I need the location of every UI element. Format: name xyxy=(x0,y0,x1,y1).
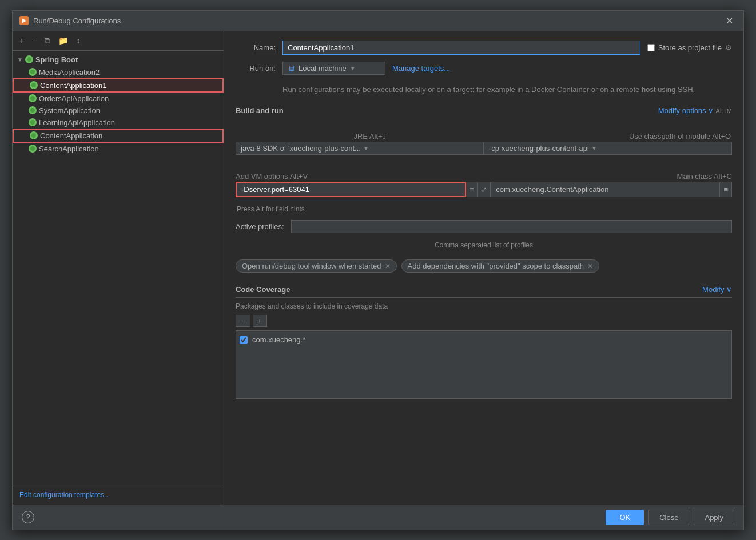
manage-targets-link[interactable]: Manage targets... xyxy=(392,64,450,73)
use-classpath-hint: Use classpath of module Alt+O xyxy=(629,132,731,141)
tree-item-label: OrdersApiApplication xyxy=(39,94,109,103)
tree-item-icon xyxy=(30,81,38,89)
tag-close-button[interactable]: ✕ xyxy=(385,262,391,270)
name-row: Name: Store as project file ⚙ xyxy=(236,41,732,55)
vm-fullscreen-button[interactable]: ⤢ xyxy=(478,182,490,197)
edit-config-templates-link[interactable]: Edit configuration templates... xyxy=(13,485,224,505)
tree-item-system[interactable]: SystemApplication xyxy=(13,105,224,117)
sdk-select[interactable]: java 8 SDK of 'xuecheng-plus-cont... ▼ xyxy=(236,142,484,155)
sdk-dropdown-icon: ▼ xyxy=(363,145,369,151)
profiles-hint: Comma separated list of profiles xyxy=(236,241,732,249)
build-row-3: ≡ ⤢ ≡ xyxy=(236,182,732,197)
tree-item-label: ContentApplication1 xyxy=(40,81,106,90)
build-row-2-container: Add VM options Alt+V Main class Alt+C ≡ … xyxy=(236,172,732,197)
cc-modify-link[interactable]: Modify ∨ xyxy=(702,285,732,294)
build-row-1-container: JRE Alt+J Use classpath of module Alt+O … xyxy=(236,132,732,155)
machine-icon: 🖥 xyxy=(288,64,295,73)
tree-item-label: SystemApplication xyxy=(39,106,100,115)
field-hint: Press Alt for field hints xyxy=(237,205,732,213)
apply-button[interactable]: Apply xyxy=(694,510,734,525)
config-tree: ▼ Spring Boot MediaApplication2 ContentA… xyxy=(13,51,224,485)
tree-item-label: LearningApiApplication xyxy=(39,118,115,127)
local-machine-select[interactable]: 🖥 Local machine ▼ xyxy=(282,62,385,75)
tree-item-search[interactable]: SearchApplication xyxy=(13,143,224,155)
cc-description: Packages and classes to include in cover… xyxy=(236,302,732,310)
tree-item-icon xyxy=(29,106,37,114)
run-debug-dialog: ▶ Run/Debug Configurations ✕ + − ⧉ 📁 ↕ ▼… xyxy=(12,10,744,530)
main-class-input[interactable] xyxy=(491,182,720,197)
vm-input-buttons: ≡ ⤢ xyxy=(466,182,491,197)
tree-item-media[interactable]: MediaApplication2 xyxy=(13,66,224,78)
classpath-select[interactable]: -cp xuecheng-plus-content-api ▼ xyxy=(484,142,732,155)
sdk-text: java 8 SDK of 'xuecheng-plus-cont... xyxy=(241,144,361,153)
build-run-header: Build and run Modify options ∨ Alt+M xyxy=(236,106,732,115)
profiles-row: Active profiles: xyxy=(236,220,732,233)
spring-boot-group[interactable]: ▼ Spring Boot xyxy=(13,53,224,66)
tree-item-orders[interactable]: OrdersApiApplication xyxy=(13,93,224,105)
tree-item-icon xyxy=(29,94,37,102)
modify-shortcut: Alt+M xyxy=(716,107,732,114)
tag-add-dependencies: Add dependencies with "provided" scope t… xyxy=(401,259,599,273)
cc-item-checkbox[interactable] xyxy=(240,336,248,344)
tag-label: Add dependencies with "provided" scope t… xyxy=(408,262,584,270)
name-input[interactable] xyxy=(282,41,640,55)
group-chevron: ▼ xyxy=(17,57,23,63)
build-row-1: java 8 SDK of 'xuecheng-plus-cont... ▼ -… xyxy=(236,142,732,155)
help-button[interactable]: ? xyxy=(22,511,34,523)
tree-item-icon xyxy=(29,145,37,153)
tree-item-content[interactable]: ContentApplication xyxy=(13,129,224,143)
close-button[interactable]: Close xyxy=(648,510,689,525)
hint-labels-row2: Add VM options Alt+V Main class Alt+C xyxy=(236,172,732,181)
name-label: Name: xyxy=(236,43,276,52)
folder-config-button[interactable]: 📁 xyxy=(56,35,70,46)
vm-options-input[interactable] xyxy=(236,182,466,197)
tree-item-icon xyxy=(29,68,37,76)
store-checkbox-row: Store as project file ⚙ xyxy=(647,43,732,52)
ok-button[interactable]: OK xyxy=(606,510,644,525)
build-run-title: Build and run xyxy=(236,106,284,115)
cc-remove-button[interactable]: − xyxy=(236,315,250,327)
right-panel: Name: Store as project file ⚙ Run on: 🖥 … xyxy=(224,31,743,505)
code-coverage-section: Code Coverage Modify ∨ Packages and clas… xyxy=(236,285,732,399)
bottom-bar: ? OK Close Apply xyxy=(13,505,743,530)
main-class-browse-button[interactable]: ≡ xyxy=(720,182,732,197)
tag-open-run-debug: Open run/debug tool window when started … xyxy=(236,259,397,273)
modify-options-link[interactable]: Modify options ∨ Alt+M xyxy=(658,106,732,115)
tags-row: Open run/debug tool window when started … xyxy=(236,259,732,273)
copy-config-button[interactable]: ⧉ xyxy=(42,35,53,47)
main-body: + − ⧉ 📁 ↕ ▼ Spring Boot MediaApplication… xyxy=(13,31,743,505)
tree-item-icon xyxy=(30,131,38,139)
sort-config-button[interactable]: ↕ xyxy=(74,35,82,46)
dialog-title: Run/Debug Configurations xyxy=(33,17,121,25)
spring-boot-icon xyxy=(25,55,33,63)
cc-item-label: com.xuecheng.* xyxy=(252,335,305,344)
action-buttons: OK Close Apply xyxy=(606,510,734,525)
tree-item-icon xyxy=(29,118,37,126)
left-toolbar: + − ⧉ 📁 ↕ xyxy=(13,31,224,51)
store-as-project-checkbox[interactable] xyxy=(647,44,655,51)
cc-item: com.xuecheng.* xyxy=(240,334,728,345)
vm-expand-button[interactable]: ≡ xyxy=(466,182,478,197)
dropdown-arrow-icon: ▼ xyxy=(350,65,356,71)
tree-item-learning[interactable]: LearningApiApplication xyxy=(13,117,224,129)
gear-icon[interactable]: ⚙ xyxy=(725,43,732,52)
tree-item-content1[interactable]: ContentApplication1 xyxy=(13,78,224,93)
tree-item-label: SearchApplication xyxy=(39,145,99,153)
cc-add-button[interactable]: + xyxy=(253,315,268,327)
cc-list: com.xuecheng.* xyxy=(236,330,732,399)
profiles-input[interactable] xyxy=(291,220,732,233)
dialog-close-button[interactable]: ✕ xyxy=(722,14,737,27)
cc-toolbar: − + xyxy=(236,315,732,327)
spring-boot-group-label: Spring Boot xyxy=(35,55,78,64)
add-vm-hint: Add VM options Alt+V xyxy=(236,172,308,181)
local-machine-label: Local machine xyxy=(299,64,347,73)
title-bar: ▶ Run/Debug Configurations ✕ xyxy=(13,11,743,31)
remove-config-button[interactable]: − xyxy=(30,35,39,46)
left-panel: + − ⧉ 📁 ↕ ▼ Spring Boot MediaApplication… xyxy=(13,31,224,505)
classpath-dropdown-icon: ▼ xyxy=(591,145,597,151)
tree-item-label: ContentApplication xyxy=(40,131,102,140)
tag-close-button-2[interactable]: ✕ xyxy=(587,262,593,270)
run-description: Run configurations may be executed local… xyxy=(282,84,732,95)
hint-labels-row1: JRE Alt+J Use classpath of module Alt+O xyxy=(236,132,732,141)
add-config-button[interactable]: + xyxy=(17,35,26,46)
